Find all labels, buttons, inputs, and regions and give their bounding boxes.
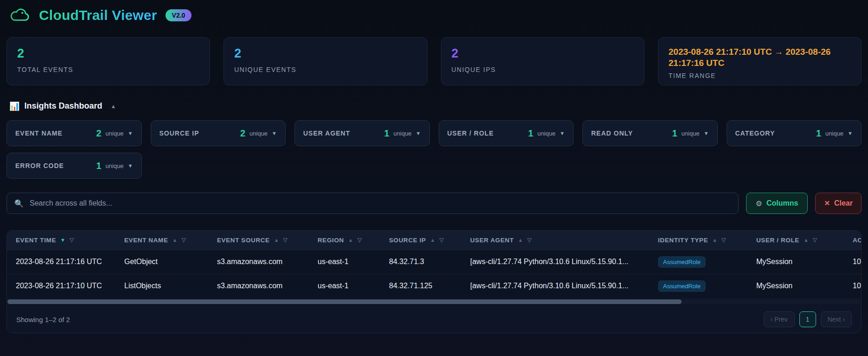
cell-user-role: MySession [747, 250, 844, 274]
filter-count: 1 [96, 161, 101, 171]
search-input[interactable] [30, 199, 731, 207]
column-filter-icon: ▽ [440, 237, 444, 243]
table-row[interactable]: 2023-08-26 21:17:10 UTC ListObjects s3.a… [7, 274, 861, 298]
filter-label: CATEGORY [735, 129, 775, 137]
col-header-user-role[interactable]: USER / ROLE ▲ ▽ [747, 231, 844, 250]
showing-count-text: Showing 1–2 of 2 [16, 316, 70, 324]
cell-identity-type: AssumedRole [649, 274, 747, 298]
col-header-event-name[interactable]: EVENT NAME ▲ ▽ [115, 231, 208, 250]
app-title: CloudTrail Viewer [39, 7, 157, 23]
identity-type-badge: AssumedRole [658, 256, 706, 268]
filters-grid: EVENT NAME 2 unique ▼ SOURCE IP 2 unique… [6, 120, 862, 179]
sort-asc-icon: ▲ [274, 237, 279, 243]
chevron-down-icon: ▼ [272, 130, 277, 136]
filter-summary: 2 unique ▼ [96, 128, 133, 139]
col-header-event-source[interactable]: EVENT SOURCE ▲ ▽ [208, 231, 309, 250]
col-label: USER / ROLE [756, 237, 799, 244]
cell-source-ip: 84.32.71.3 [380, 250, 461, 274]
cell-event-time: 2023-08-26 21:17:10 UTC [7, 274, 115, 298]
filter-summary: 1 unique ▼ [528, 128, 565, 139]
search-row: 🔍 ⚙ Columns ✕ Clear [6, 193, 862, 214]
col-header-region[interactable]: REGION ▲ ▽ [309, 231, 380, 250]
column-filter-icon: ▽ [70, 237, 74, 243]
time-range-label: TIME RANGE [669, 72, 851, 79]
filter-read-only[interactable]: READ ONLY 1 unique ▼ [582, 120, 718, 146]
scrollbar-track[interactable] [7, 299, 861, 304]
stats-row: 2 TOTAL EVENTS 2 UNIQUE EVENTS 2 UNIQUE … [6, 37, 862, 85]
col-header-event-time[interactable]: EVENT TIME ▼ ▽ [7, 231, 115, 250]
cell-event-source: s3.amazonaws.com [208, 274, 309, 298]
filter-unit: unique [394, 130, 412, 137]
unique-ips-label: UNIQUE IPS [452, 66, 634, 73]
cell-source-ip: 84.32.71.125 [380, 274, 461, 298]
column-filter-icon: ▽ [813, 237, 817, 243]
sort-desc-icon: ▼ [60, 237, 65, 243]
filter-unit: unique [682, 130, 700, 137]
time-range-value: 2023-08-26 21:17:10 UTC → 2023-08-26 21:… [669, 46, 845, 69]
filter-count: 1 [384, 128, 389, 139]
collapse-toggle-icon[interactable]: ▲ [111, 103, 116, 110]
unique-ips-value: 2 [452, 46, 634, 61]
filter-count: 1 [672, 128, 677, 139]
clear-button-label: Clear [834, 199, 853, 207]
cell-event-name: GetObject [115, 250, 208, 274]
identity-type-badge: AssumedRole [658, 280, 706, 292]
table-scroll-area: EVENT TIME ▼ ▽ EVENT NAME ▲ ▽ [7, 231, 861, 298]
sort-asc-icon: ▲ [518, 237, 523, 243]
filter-source-ip[interactable]: SOURCE IP 2 unique ▼ [151, 120, 286, 146]
horizontal-scrollbar [7, 298, 861, 306]
topbar: CloudTrail Viewer V2.0 [6, 0, 862, 24]
sort-asc-icon: ▲ [430, 237, 435, 243]
sort-asc-icon: ▲ [348, 237, 353, 243]
col-label: REGION [318, 237, 344, 244]
cloudtrail-viewer-page: CloudTrail Viewer V2.0 2 TOTAL EVENTS 2 … [0, 0, 868, 333]
column-filter-icon: ▽ [721, 237, 726, 243]
search-icon: 🔍 [14, 199, 24, 208]
bar-chart-icon: 📊 [9, 102, 19, 110]
sort-asc-icon: ▲ [804, 237, 809, 243]
filter-category[interactable]: CATEGORY 1 unique ▼ [727, 120, 862, 146]
stat-card-time-range: 2023-08-26 21:17:10 UTC → 2023-08-26 21:… [658, 37, 862, 85]
col-label: IDENTITY TYPE [658, 237, 708, 244]
chevron-down-icon: ▼ [848, 130, 853, 136]
clear-button[interactable]: ✕ Clear [815, 193, 862, 214]
columns-button[interactable]: ⚙ Columns [746, 193, 808, 214]
col-label: EVENT TIME [16, 237, 56, 244]
total-events-label: TOTAL EVENTS [17, 66, 199, 73]
col-header-user-agent[interactable]: USER AGENT ▲ ▽ [461, 231, 649, 250]
col-header-account[interactable]: ACCO [844, 231, 861, 250]
cloud-logo-icon [9, 8, 31, 23]
col-header-source-ip[interactable]: SOURCE IP ▲ ▽ [380, 231, 461, 250]
stat-card-total-events: 2 TOTAL EVENTS [6, 37, 210, 85]
chevron-down-icon: ▼ [128, 163, 133, 168]
col-label: EVENT NAME [124, 237, 168, 244]
col-label: ACCO [853, 237, 861, 244]
filter-label: ERROR CODE [15, 162, 64, 169]
column-filter-icon: ▽ [181, 237, 185, 243]
events-table-card: EVENT TIME ▼ ▽ EVENT NAME ▲ ▽ [6, 230, 862, 333]
unique-events-value: 2 [234, 46, 416, 61]
filter-event-name[interactable]: EVENT NAME 2 unique ▼ [6, 120, 142, 146]
close-icon: ✕ [824, 199, 830, 207]
table-row[interactable]: 2023-08-26 21:17:16 UTC GetObject s3.ama… [7, 250, 861, 274]
gear-icon: ⚙ [756, 199, 762, 208]
scrollbar-thumb[interactable] [7, 299, 682, 304]
col-label: SOURCE IP [389, 237, 426, 244]
current-page-button[interactable]: 1 [799, 311, 816, 327]
col-header-identity-type[interactable]: IDENTITY TYPE ▲ ▽ [649, 231, 747, 250]
filter-error-code[interactable]: ERROR CODE 1 unique ▼ [6, 153, 142, 179]
filter-summary: 2 unique ▼ [240, 128, 277, 139]
filter-user-agent[interactable]: USER AGENT 1 unique ▼ [294, 120, 430, 146]
filter-count: 1 [528, 128, 533, 139]
filter-user-role[interactable]: USER / ROLE 1 unique ▼ [439, 120, 574, 146]
chevron-down-icon: ▼ [128, 130, 133, 136]
prev-page-button[interactable]: ‹ Prev [764, 311, 795, 327]
filter-summary: 1 unique ▼ [384, 128, 421, 139]
cell-user-agent: [aws-cli/1.27.74 Python/3.10.6 Linux/5.1… [461, 250, 649, 274]
cell-region: us-east-1 [309, 250, 380, 274]
chevron-down-icon: ▼ [416, 130, 421, 136]
filter-label: SOURCE IP [160, 129, 199, 137]
sort-asc-icon: ▲ [172, 237, 178, 243]
next-page-button[interactable]: Next › [821, 311, 852, 327]
filter-unit: unique [537, 130, 555, 137]
